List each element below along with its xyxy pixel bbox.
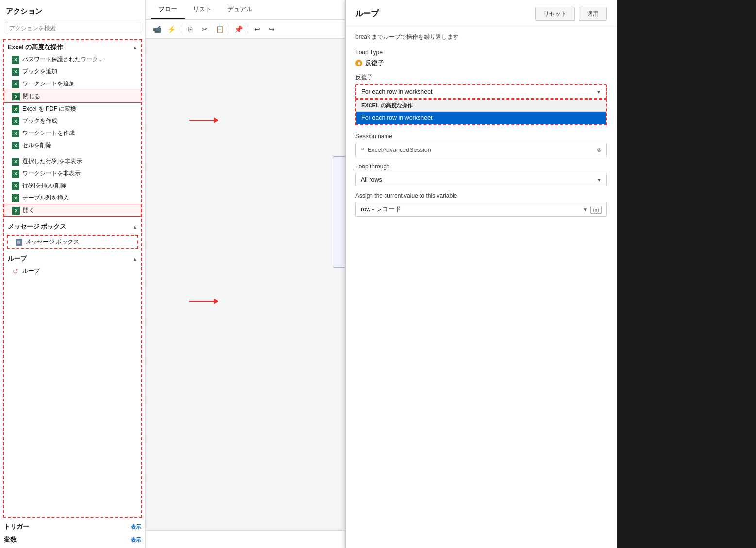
sidebar-item-label: 選択した行/列を非表示 [22, 157, 82, 166]
sidebar-item-add-worksheet[interactable]: X ワークシートを追加 [4, 78, 141, 90]
sidebar-item-pdf[interactable]: X Excel を PDF に変換 [4, 103, 141, 115]
sidebar-item-label: ワークシートを作成 [22, 129, 75, 137]
panel-desc: break までループで操作を繰り返します [355, 33, 607, 41]
right-panel: ループ リセット 適用 break までループで操作を繰り返します Loop T… [345, 0, 617, 548]
red-arrow-1 [189, 117, 218, 123]
sidebar-bottom: トリガー 表示 変数 表示 [0, 518, 145, 548]
clear-icon[interactable]: ⊗ [597, 147, 602, 153]
sidebar-item-hide-row[interactable]: X 選択した行/列を非表示 [4, 155, 141, 167]
excel-icon: X [12, 105, 19, 113]
right-panel-header: ループ リセット 適用 [346, 0, 617, 26]
msg-section-label: メッセージ ボックス [8, 223, 66, 231]
sidebar-item-hide-worksheet[interactable]: X ワークシートを非表示 [4, 167, 141, 180]
iterator-label: 反復子 [355, 73, 607, 82]
session-name-value: ExcelAdvancedSession [368, 147, 431, 153]
toolbar-copy-btn[interactable]: ⎘ [184, 23, 197, 35]
loop-section-chevron: ▲ [133, 256, 137, 262]
toolbar-record-btn[interactable]: 📹 [151, 23, 163, 35]
loop-type-label: Loop Type [355, 49, 607, 56]
sidebar-item-create-worksheet[interactable]: X ワークシートを作成 [4, 127, 141, 139]
black-area [617, 0, 756, 548]
chevron-down-icon-3: ▼ [583, 207, 588, 212]
radio-dot[interactable] [355, 60, 362, 66]
assign-var-dropdown[interactable]: row - レコード ▼ (x) [355, 202, 607, 217]
assign-label: Assign the current value to this variabl… [355, 192, 607, 199]
excel-icon: X [12, 142, 19, 149]
loop-through-label: Loop through [355, 163, 607, 170]
sidebar-item-label: メッセージ ボックス [25, 238, 79, 246]
search-input[interactable] [5, 22, 140, 34]
dropdown-item-selected[interactable]: For each row in worksheet [356, 112, 606, 124]
tab-list[interactable]: リスト [185, 0, 219, 19]
toolbar-undo-btn[interactable]: ↩ [251, 23, 264, 35]
radio-group: 反復子 [355, 59, 607, 67]
toolbar-sep-2 [229, 24, 229, 34]
sidebar-item-insert-row[interactable]: X 行/列を挿入/削除 [4, 180, 141, 192]
dropdown-category-header: EXCEL の高度な操作 [356, 100, 606, 112]
radio-label: 反復子 [365, 59, 384, 67]
excel-icon: X [12, 80, 19, 88]
toolbar-sep-1 [181, 24, 181, 34]
msg-section-dashed: ▤ メッセージ ボックス [7, 235, 138, 249]
tab-flow[interactable]: フロー [151, 0, 185, 19]
var-dropdown-right: ▼ (x) [583, 206, 602, 214]
toolbar-redo-btn[interactable]: ↪ [266, 23, 278, 35]
right-panel-title: ループ [355, 9, 379, 19]
assign-value: row - レコード [361, 205, 401, 214]
toolbar-paste-btn[interactable]: 📋 [213, 23, 226, 35]
apply-button[interactable]: 適用 [579, 7, 607, 21]
loop-section-header[interactable]: ループ ▲ [4, 252, 141, 265]
excel-icon: X [12, 207, 20, 215]
right-panel-buttons: リセット 適用 [535, 7, 607, 21]
tab-dual[interactable]: デュアル [219, 0, 260, 19]
sidebar-item-loop[interactable]: ↺ ループ [4, 265, 141, 277]
variable-label: 変数 [4, 536, 17, 544]
excel-icon: X [12, 117, 19, 125]
excel-icon: X [12, 194, 19, 202]
toolbar-sep-3 [248, 24, 248, 34]
sidebar-item-password[interactable]: X パスワード保護されたワーク... [4, 53, 141, 66]
sidebar-item-label: セルを削除 [22, 141, 51, 149]
loop-through-value: All rows [361, 176, 382, 183]
sidebar-item-label: 行/列を挿入/削除 [22, 182, 67, 190]
sidebar-scroll-area: Excel の高度な操作 ▲ X パスワード保護されたワーク... X ブックを… [3, 39, 142, 518]
toolbar-pin-btn[interactable]: 📌 [232, 23, 245, 35]
trigger-show-link[interactable]: 表示 [131, 523, 141, 531]
chevron-down-icon-2: ▼ [597, 177, 602, 183]
sidebar: アクション Excel の高度な操作 ▲ X パスワード保護されたワーク... … [0, 0, 146, 548]
reset-button[interactable]: リセット [535, 7, 575, 21]
sidebar-item-close[interactable]: X 閉じる [4, 90, 141, 103]
excel-section-chevron: ▲ [133, 45, 137, 50]
iterator-dropdown[interactable]: For each row in worksheet ▼ [355, 84, 607, 99]
sidebar-item-insert-col[interactable]: X テーブル列を挿入 [4, 192, 141, 204]
excel-icon: X [12, 182, 19, 190]
variable-section-header[interactable]: 変数 表示 [0, 533, 145, 546]
toolbar-lightning-btn[interactable]: ⚡ [165, 23, 178, 35]
excel-icon: X [12, 158, 19, 166]
sidebar-item-create-book[interactable]: X ブックを作成 [4, 115, 141, 127]
session-name-input[interactable]: ❝ ExcelAdvancedSession ⊗ [355, 143, 607, 157]
right-panel-body: break までループで操作を繰り返します Loop Type 反復子 反復子 … [346, 26, 617, 548]
sidebar-title: アクション [0, 0, 145, 20]
msg-icon: ▤ [16, 239, 22, 246]
loop-section-label: ループ [8, 255, 27, 263]
sidebar-item-open[interactable]: X 開く [4, 204, 141, 217]
var-icon[interactable]: (x) [590, 206, 602, 214]
sidebar-item-label: Excel を PDF に変換 [22, 105, 76, 113]
variable-show-link[interactable]: 表示 [131, 536, 141, 544]
red-arrow-2 [189, 299, 218, 304]
sidebar-item-label: 閉じる [23, 92, 40, 100]
trigger-section-header[interactable]: トリガー 表示 [0, 520, 145, 533]
msg-section-header[interactable]: メッセージ ボックス ▲ [4, 220, 141, 233]
excel-icon: X [12, 68, 19, 76]
toolbar-cut-btn[interactable]: ✂ [199, 23, 211, 35]
sidebar-item-label: パスワード保護されたワーク... [22, 55, 103, 64]
excel-icon: X [12, 56, 19, 64]
trigger-label: トリガー [4, 523, 29, 531]
sidebar-item-msgbox[interactable]: ▤ メッセージ ボックス [8, 236, 137, 248]
sidebar-item-delete-cell[interactable]: X セルを削除 [4, 139, 141, 151]
excel-section-header[interactable]: Excel の高度な操作 ▲ [4, 40, 141, 53]
loop-through-dropdown[interactable]: All rows ▼ [355, 173, 607, 186]
sidebar-item-add-book[interactable]: X ブックを追加 [4, 66, 141, 78]
chevron-down-icon: ▼ [596, 89, 601, 95]
